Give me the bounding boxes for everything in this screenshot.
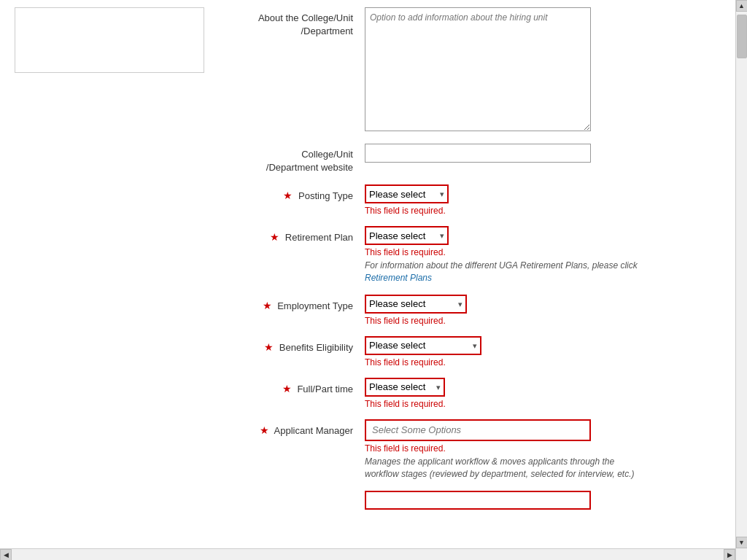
retirement-plan-select-wrapper: Please select (365, 226, 449, 245)
fullpart-time-row: ★ Full/Part time Please select This fiel… (248, 378, 721, 409)
applicant-manager-row: ★ Applicant Manager This field is requir… (248, 419, 721, 481)
retirement-plan-error: This field is required. (365, 247, 721, 257)
next-field (365, 491, 721, 510)
benefits-eligibility-select-wrapper: Please select (365, 336, 481, 355)
college-website-label: College/Unit /Department website (248, 144, 365, 174)
college-website-row: College/Unit /Department website (248, 144, 721, 174)
fullpart-time-select[interactable]: Please select (365, 378, 445, 397)
retirement-plan-field: Please select This field is required. Fo… (365, 226, 721, 284)
retirement-plan-label: ★ Retirement Plan (248, 226, 365, 245)
benefits-eligibility-field: Please select This field is required. (365, 336, 721, 368)
horizontal-scrollbar[interactable]: ◀ ▶ (0, 548, 735, 560)
applicant-manager-info: Manages the applicant workflow & moves a… (365, 456, 649, 481)
retirement-plan-required-star: ★ (270, 231, 279, 243)
benefits-eligibility-required-star: ★ (264, 341, 274, 353)
employment-type-row: ★ Employment Type Please select This fie… (248, 295, 721, 326)
content-area: About the College/Unit /Department Colle… (0, 0, 747, 560)
posting-type-label: ★ Posting Type (248, 184, 365, 203)
next-field-label (248, 491, 365, 495)
about-college-textarea[interactable] (365, 7, 591, 131)
retirement-plan-info: For information about the different UGA … (365, 260, 649, 284)
fullpart-time-required-star: ★ (282, 383, 292, 394)
about-college-field (365, 7, 721, 133)
employment-type-field: Please select This field is required. (365, 295, 721, 326)
posting-type-field: Please select This field is required. (365, 184, 721, 216)
scroll-thumb[interactable] (737, 15, 747, 58)
college-website-input[interactable] (365, 144, 591, 163)
fullpart-time-error: This field is required. (365, 399, 721, 409)
next-field-input[interactable] (365, 491, 591, 510)
retirement-plan-row: ★ Retirement Plan Please select This fie… (248, 226, 721, 284)
applicant-manager-required-star: ★ (260, 424, 269, 436)
scroll-right-button[interactable]: ▶ (724, 549, 735, 561)
vertical-scrollbar[interactable]: ▲ ▼ (735, 0, 747, 560)
posting-type-error: This field is required. (365, 206, 721, 216)
employment-type-required-star: ★ (263, 300, 272, 311)
posting-type-select-wrapper: Please select (365, 184, 449, 203)
scroll-left-button[interactable]: ◀ (0, 549, 12, 561)
employment-type-select[interactable]: Please select (365, 295, 467, 314)
next-field-row (248, 491, 721, 510)
applicant-manager-error: This field is required. (365, 443, 721, 454)
benefits-eligibility-label: ★ Benefits Eligibility (248, 336, 365, 355)
scroll-down-button[interactable]: ▼ (736, 537, 748, 548)
fullpart-time-field: Please select This field is required. (365, 378, 721, 409)
posting-type-select[interactable]: Please select (365, 184, 449, 203)
about-college-row: About the College/Unit /Department (248, 7, 721, 133)
form-area: About the College/Unit /Department Colle… (248, 0, 735, 548)
college-website-field (365, 144, 721, 163)
applicant-manager-field: This field is required. Manages the appl… (365, 419, 721, 481)
posting-type-required-star: ★ (283, 190, 293, 201)
image-placeholder (15, 7, 204, 73)
employment-type-label: ★ Employment Type (248, 295, 365, 314)
left-panel (0, 0, 248, 548)
applicant-manager-label: ★ Applicant Manager (248, 419, 365, 438)
benefits-eligibility-error: This field is required. (365, 357, 721, 368)
posting-type-row: ★ Posting Type Please select This field … (248, 184, 721, 216)
scroll-up-button[interactable]: ▲ (736, 0, 748, 12)
applicant-manager-input[interactable] (365, 419, 591, 441)
employment-type-select-wrapper: Please select (365, 295, 467, 314)
benefits-eligibility-select[interactable]: Please select (365, 336, 481, 355)
retirement-plan-select[interactable]: Please select (365, 226, 449, 245)
retirement-plans-link[interactable]: Retirement Plans (365, 273, 432, 283)
about-college-label: About the College/Unit /Department (248, 7, 365, 38)
fullpart-time-select-wrapper: Please select (365, 378, 445, 397)
benefits-eligibility-row: ★ Benefits Eligibility Please select Thi… (248, 336, 721, 368)
employment-type-error: This field is required. (365, 316, 721, 326)
page-wrapper: ▲ ▼ ◀ ▶ About the College/Unit /Departme… (0, 0, 747, 560)
fullpart-time-label: ★ Full/Part time (248, 378, 365, 397)
